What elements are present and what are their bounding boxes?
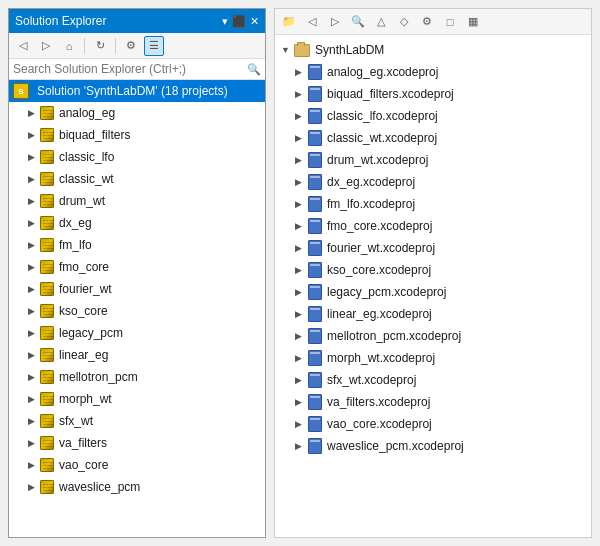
expand-arrow: ▶ bbox=[25, 415, 37, 427]
back-button[interactable]: ◁ bbox=[13, 36, 33, 56]
project-icon bbox=[39, 325, 55, 341]
tree-row[interactable]: ▶fourier_wt bbox=[9, 278, 265, 300]
rt-diamond[interactable]: ◇ bbox=[394, 12, 414, 32]
tree-row[interactable]: ▶va_filters bbox=[9, 432, 265, 454]
file-row[interactable]: ▶sfx_wt.xcodeproj bbox=[275, 369, 591, 391]
file-icon bbox=[308, 284, 322, 300]
tree-row[interactable]: ▶kso_core bbox=[9, 300, 265, 322]
file-row[interactable]: ▶va_filters.xcodeproj bbox=[275, 391, 591, 413]
tree-row[interactable]: ▶drum_wt bbox=[9, 190, 265, 212]
file-row[interactable]: ▶dx_eg.xcodeproj bbox=[275, 171, 591, 193]
tree-row[interactable]: ▶mellotron_pcm bbox=[9, 366, 265, 388]
pin-icon[interactable]: ▾ bbox=[222, 15, 228, 28]
right-root-row[interactable]: ▼ SynthLabDM bbox=[275, 39, 591, 61]
file-arrow: ▶ bbox=[295, 419, 305, 429]
close-icon[interactable]: ✕ bbox=[250, 15, 259, 28]
refresh-button[interactable]: ↻ bbox=[90, 36, 110, 56]
file-row[interactable]: ▶morph_wt.xcodeproj bbox=[275, 347, 591, 369]
project-label: morph_wt bbox=[59, 392, 112, 406]
rt-nav2[interactable]: ▷ bbox=[325, 12, 345, 32]
tree-row[interactable]: ▶classic_lfo bbox=[9, 146, 265, 168]
file-row[interactable]: ▶analog_eg.xcodeproj bbox=[275, 61, 591, 83]
file-icon bbox=[308, 130, 322, 146]
file-label: fm_lfo.xcodeproj bbox=[327, 197, 415, 211]
rt-grid[interactable]: ▦ bbox=[463, 12, 483, 32]
solution-root-row[interactable]: S Solution 'SynthLabDM' (18 projects) bbox=[9, 80, 265, 102]
toolbar-separator-2 bbox=[115, 38, 116, 54]
file-label: dx_eg.xcodeproj bbox=[327, 175, 415, 189]
rt-gear[interactable]: ⚙ bbox=[417, 12, 437, 32]
file-row[interactable]: ▶fmo_core.xcodeproj bbox=[275, 215, 591, 237]
forward-button[interactable]: ▷ bbox=[36, 36, 56, 56]
project-label: mellotron_pcm bbox=[59, 370, 138, 384]
project-icon bbox=[39, 193, 55, 209]
project-label: linear_eg bbox=[59, 348, 108, 362]
tree-row[interactable]: ▶classic_wt bbox=[9, 168, 265, 190]
file-row[interactable]: ▶vao_core.xcodeproj bbox=[275, 413, 591, 435]
expand-arrow: ▶ bbox=[25, 151, 37, 163]
file-icon bbox=[308, 64, 322, 80]
view-button[interactable]: ☰ bbox=[144, 36, 164, 56]
se-toolbar: ◁ ▷ ⌂ ↻ ⚙ ☰ bbox=[9, 33, 265, 59]
file-row[interactable]: ▶biquad_filters.xcodeproj bbox=[275, 83, 591, 105]
file-label: legacy_pcm.xcodeproj bbox=[327, 285, 446, 299]
file-row[interactable]: ▶classic_lfo.xcodeproj bbox=[275, 105, 591, 127]
rt-search[interactable]: 🔍 bbox=[348, 12, 368, 32]
rt-comment[interactable]: □ bbox=[440, 12, 460, 32]
solution-icon-glyph: S bbox=[13, 83, 29, 99]
tree-row[interactable]: ▶vao_core bbox=[9, 454, 265, 476]
dock-icon[interactable]: ⬛ bbox=[232, 15, 246, 28]
project-icon bbox=[39, 259, 55, 275]
file-arrow: ▶ bbox=[295, 155, 305, 165]
toolbar-separator-1 bbox=[84, 38, 85, 54]
right-panel: 📁 ◁ ▷ 🔍 △ ◇ ⚙ □ ▦ ▼ SynthLabDM ▶analog_e… bbox=[274, 8, 592, 538]
file-label: analog_eg.xcodeproj bbox=[327, 65, 438, 79]
file-row[interactable]: ▶linear_eg.xcodeproj bbox=[275, 303, 591, 325]
rt-filter[interactable]: △ bbox=[371, 12, 391, 32]
project-label: classic_wt bbox=[59, 172, 114, 186]
project-label: vao_core bbox=[59, 458, 108, 472]
expand-arrow: ▶ bbox=[25, 173, 37, 185]
file-row[interactable]: ▶fm_lfo.xcodeproj bbox=[275, 193, 591, 215]
tree-row[interactable]: ▶dx_eg bbox=[9, 212, 265, 234]
project-label: sfx_wt bbox=[59, 414, 93, 428]
tree-row[interactable]: ▶fmo_core bbox=[9, 256, 265, 278]
file-arrow: ▶ bbox=[295, 177, 305, 187]
file-row[interactable]: ▶kso_core.xcodeproj bbox=[275, 259, 591, 281]
tree-row[interactable]: ▶morph_wt bbox=[9, 388, 265, 410]
tree-row[interactable]: ▶fm_lfo bbox=[9, 234, 265, 256]
rt-nav1[interactable]: ◁ bbox=[302, 12, 322, 32]
project-icon bbox=[39, 303, 55, 319]
project-icon bbox=[39, 105, 55, 121]
rt-folder-icon[interactable]: 📁 bbox=[279, 12, 299, 32]
file-icon bbox=[308, 372, 322, 388]
file-row[interactable]: ▶waveslice_pcm.xcodeproj bbox=[275, 435, 591, 457]
search-input[interactable] bbox=[13, 62, 247, 76]
project-label: analog_eg bbox=[59, 106, 115, 120]
root-folder-icon bbox=[294, 44, 310, 57]
properties-button[interactable]: ⚙ bbox=[121, 36, 141, 56]
file-icon bbox=[308, 262, 322, 278]
file-arrow: ▶ bbox=[295, 67, 305, 77]
tree-row[interactable]: ▶analog_eg bbox=[9, 102, 265, 124]
tree-row[interactable]: ▶linear_eg bbox=[9, 344, 265, 366]
file-row[interactable]: ▶fourier_wt.xcodeproj bbox=[275, 237, 591, 259]
file-row[interactable]: ▶drum_wt.xcodeproj bbox=[275, 149, 591, 171]
home-button[interactable]: ⌂ bbox=[59, 36, 79, 56]
file-row[interactable]: ▶legacy_pcm.xcodeproj bbox=[275, 281, 591, 303]
file-label: kso_core.xcodeproj bbox=[327, 263, 431, 277]
file-icon bbox=[308, 328, 322, 344]
project-label: waveslice_pcm bbox=[59, 480, 140, 494]
tree-row[interactable]: ▶biquad_filters bbox=[9, 124, 265, 146]
file-arrow: ▶ bbox=[295, 353, 305, 363]
file-label: mellotron_pcm.xcodeproj bbox=[327, 329, 461, 343]
tree-row[interactable]: ▶waveslice_pcm bbox=[9, 476, 265, 498]
file-arrow: ▶ bbox=[295, 309, 305, 319]
project-list: ▶analog_eg▶biquad_filters▶classic_lfo▶cl… bbox=[9, 102, 265, 498]
project-icon bbox=[39, 237, 55, 253]
tree-row[interactable]: ▶sfx_wt bbox=[9, 410, 265, 432]
file-row[interactable]: ▶classic_wt.xcodeproj bbox=[275, 127, 591, 149]
file-row[interactable]: ▶mellotron_pcm.xcodeproj bbox=[275, 325, 591, 347]
file-icon bbox=[308, 240, 322, 256]
tree-row[interactable]: ▶legacy_pcm bbox=[9, 322, 265, 344]
